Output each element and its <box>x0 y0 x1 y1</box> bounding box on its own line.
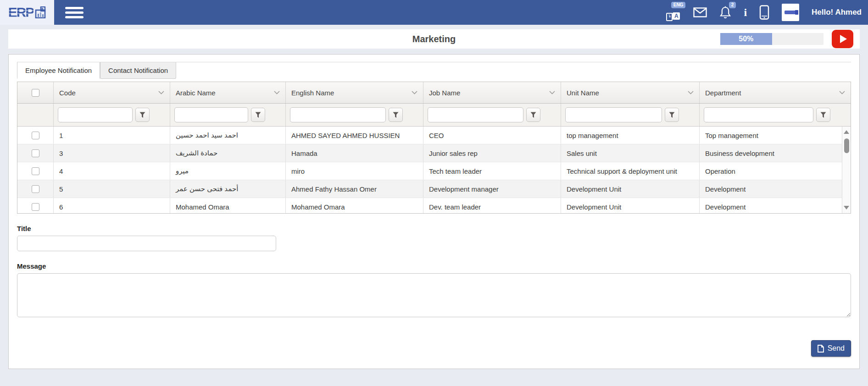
cell-department: Top management <box>699 127 851 144</box>
table-row[interactable]: 1 احمد سيد احمد حسين AHMED SAYED AHMED H… <box>17 127 851 144</box>
row-checkbox[interactable] <box>32 167 39 175</box>
funnel-icon <box>820 112 826 118</box>
table-row[interactable]: 6 Mohamed Omara Mohamed Omara Dev. team … <box>17 198 851 213</box>
play-icon <box>840 35 847 43</box>
filter-input-department[interactable] <box>704 107 813 122</box>
scroll-down-icon[interactable] <box>844 206 849 210</box>
message-label: Message <box>17 262 851 270</box>
cell-english-name: AHMED SAYED AHMED HUSSIEN <box>285 127 423 144</box>
page-header: Marketing 50% <box>8 29 860 49</box>
row-checkbox[interactable] <box>32 185 39 193</box>
cell-unit-name: Sales unit <box>561 144 699 162</box>
funnel-icon <box>255 112 261 118</box>
column-header-arabic-name[interactable]: Arabic Name <box>170 82 285 103</box>
video-help-button[interactable] <box>832 30 853 48</box>
send-button-label: Send <box>828 344 845 353</box>
cell-job-name: Dev. team leader <box>423 198 561 213</box>
notifications-button[interactable]: 2 <box>719 6 731 19</box>
row-checkbox[interactable] <box>32 132 39 139</box>
cell-english-name: Hamada <box>285 144 423 162</box>
filter-input-arabic-name[interactable] <box>174 107 248 122</box>
tab-contact-notification[interactable]: Contact Notification <box>100 62 176 79</box>
progress-bar: 50% <box>720 33 823 45</box>
user-avatar[interactable] <box>782 4 799 21</box>
building-chart-icon <box>35 6 46 18</box>
cell-arabic-name: احمد سيد احمد حسين <box>170 127 285 144</box>
grid-scrollbar[interactable] <box>842 127 851 213</box>
envelope-icon <box>693 7 707 17</box>
cell-english-name: miro <box>285 162 423 180</box>
row-checkbox[interactable] <box>32 203 39 211</box>
cell-english-name: Ahmed Fathy Hassan Omer <box>285 180 423 198</box>
language-badge: ENG <box>671 2 686 8</box>
cell-unit-name: Development Unit <box>561 180 699 198</box>
language-switcher-button[interactable]: ENG A <box>665 3 681 22</box>
info-button[interactable]: i <box>744 7 747 18</box>
filter-button-unit-name[interactable] <box>665 108 679 122</box>
filter-button-english-name[interactable] <box>389 108 403 122</box>
content-panel: Employee Notification Contact Notificati… <box>8 54 860 369</box>
column-header-department[interactable]: Department <box>699 82 851 103</box>
cell-unit-name: top management <box>561 127 699 144</box>
funnel-icon <box>669 112 675 118</box>
cell-code: 1 <box>53 127 170 144</box>
translate-icon: ENG A <box>665 6 681 22</box>
grid-filter-row <box>17 104 851 127</box>
cell-arabic-name: أحمد فتحى حسن عمر <box>170 180 285 198</box>
employees-grid: Code Arabic Name English Name Job Name U… <box>17 82 851 214</box>
chevron-down-icon[interactable] <box>158 91 164 94</box>
select-all-checkbox[interactable] <box>32 89 39 97</box>
cell-department: Development <box>699 198 851 213</box>
table-row[interactable]: 3 حمادة الشريف Hamada Junior sales rep S… <box>17 144 851 162</box>
column-header-code[interactable]: Code <box>53 82 170 103</box>
cell-unit-name: Technical support & deployment unit <box>561 162 699 180</box>
app-logo[interactable]: ERP <box>0 0 54 25</box>
cell-arabic-name: حمادة الشريف <box>170 144 285 162</box>
filter-button-department[interactable] <box>816 108 830 122</box>
message-textarea[interactable] <box>17 273 851 317</box>
mobile-app-button[interactable] <box>759 5 769 20</box>
tab-employee-notification[interactable]: Employee Notification <box>17 62 100 79</box>
filter-input-unit-name[interactable] <box>565 107 662 122</box>
messages-button[interactable] <box>693 7 707 17</box>
user-greeting: Hello! Ahmed <box>812 8 862 17</box>
grid-header-row: Code Arabic Name English Name Job Name U… <box>17 82 851 104</box>
cell-department: Operation <box>699 162 851 180</box>
column-header-job-name[interactable]: Job Name <box>423 82 561 103</box>
filter-button-code[interactable] <box>135 108 150 122</box>
table-row[interactable]: 4 ميرو miro Tech team leader Technical s… <box>17 162 851 180</box>
notification-count-badge: 2 <box>729 2 736 8</box>
scrollbar-thumb[interactable] <box>844 138 849 153</box>
table-row[interactable]: 5 أحمد فتحى حسن عمر Ahmed Fathy Hassan O… <box>17 180 851 198</box>
chevron-down-icon[interactable] <box>412 91 417 94</box>
funnel-icon <box>530 112 536 118</box>
filter-button-job-name[interactable] <box>526 108 540 122</box>
cell-job-name: Junior sales rep <box>423 144 561 162</box>
title-input[interactable] <box>17 236 276 251</box>
send-button[interactable]: Send <box>811 340 851 357</box>
filter-input-english-name[interactable] <box>290 107 386 122</box>
company-logo <box>785 11 796 14</box>
filter-input-job-name[interactable] <box>428 107 523 122</box>
cell-code: 3 <box>53 144 170 162</box>
column-header-english-name[interactable]: English Name <box>285 82 423 103</box>
chevron-down-icon[interactable] <box>274 91 280 94</box>
chevron-down-icon[interactable] <box>839 91 845 94</box>
column-header-unit-name[interactable]: Unit Name <box>561 82 699 103</box>
cell-job-name: Development manager <box>423 180 561 198</box>
cell-job-name: Tech team leader <box>423 162 561 180</box>
row-checkbox[interactable] <box>32 149 39 157</box>
funnel-icon <box>393 112 399 118</box>
chevron-down-icon[interactable] <box>688 91 694 94</box>
filter-button-arabic-name[interactable] <box>251 108 265 122</box>
cell-unit-name: Development Unit <box>561 198 699 213</box>
chevron-down-icon[interactable] <box>549 91 555 94</box>
filter-input-code[interactable] <box>58 107 133 122</box>
tab-bar: Employee Notification Contact Notificati… <box>17 62 851 79</box>
document-icon <box>818 345 824 353</box>
menu-toggle-button[interactable] <box>65 7 83 18</box>
scroll-up-icon[interactable] <box>844 130 849 134</box>
cell-department: Business development <box>699 144 851 162</box>
cell-english-name: Mohamed Omara <box>285 198 423 213</box>
cell-job-name: CEO <box>423 127 561 144</box>
